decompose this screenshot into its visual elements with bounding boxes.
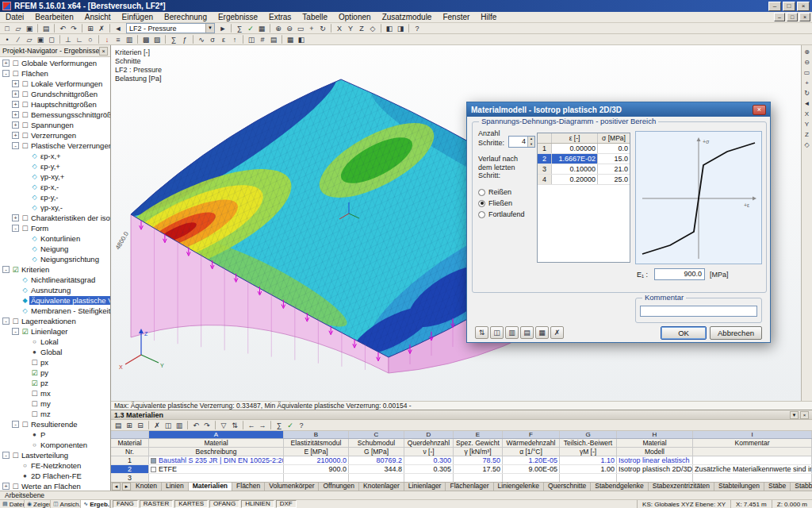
tree-item[interactable]: ○ FE-Netzknoten [0,460,110,471]
help-icon[interactable]: ? [412,23,423,33]
tree-item-icon[interactable]: ☐ [21,90,29,98]
menu-item[interactable]: Ansicht [79,12,117,23]
stress-results-icon[interactable]: σ [207,34,218,44]
tree-expander-icon[interactable] [21,204,29,211]
table-tab[interactable]: Liniengelenke [494,482,544,491]
tree-item[interactable]: ◇ γp-xy,+ [0,171,110,182]
menu-item[interactable]: Tabelle [297,12,333,23]
tree-item-icon[interactable]: ◇ [30,173,39,180]
step-number[interactable]: 1 [538,144,552,153]
tree-item-icon[interactable]: ◇ [30,183,39,190]
step-number[interactable]: 3 [538,164,552,174]
tree-expander-icon[interactable]: + [12,121,19,129]
table-tab[interactable]: Linienlager [404,482,446,491]
table-tab[interactable]: Materialien [189,482,232,491]
emodulus-cell[interactable]: 900.0 [284,465,349,473]
epsilon-cell[interactable]: 0.00000 [552,144,598,153]
tree-item-label[interactable]: Lastverteilung [20,451,70,460]
import-icon[interactable]: ← [246,420,257,430]
deformation-results-icon[interactable]: ∿ [196,34,207,44]
calc-parameters-icon[interactable]: ƒ [179,34,190,44]
mdi-minimize-button[interactable]: – [774,13,785,21]
comment-cell[interactable]: Zusätzliche Materialkennwerte sind im Di… [693,465,812,473]
mdi-restore-button[interactable]: □ [787,13,798,21]
tree-expander-icon[interactable] [12,276,19,283]
strain-results-icon[interactable]: ε [218,34,229,44]
tree-expander-icon[interactable] [21,173,29,180]
status-toggle[interactable]: DXF [276,500,297,508]
tree-expander-icon[interactable] [21,441,29,448]
tree-item[interactable]: ◇ Nichtlinearitätsgrad [0,275,110,285]
delete-icon[interactable]: ✗ [96,23,107,33]
tree-expander-icon[interactable] [21,369,29,376]
view-x-icon[interactable]: X [334,23,345,33]
tree-item-icon[interactable]: ◇ [30,204,39,211]
thermal-cell[interactable]: 1.20E-05 [503,456,560,464]
tree-item-icon[interactable]: ◇ [21,307,29,314]
table-tab[interactable]: Öffnungen [319,482,359,491]
menu-item[interactable]: Berechnung [159,12,213,23]
tree-expander-icon[interactable] [21,359,29,366]
tree-item[interactable]: ○ Komponenten [0,440,110,450]
tree-expander-icon[interactable]: + [2,60,10,67]
tree-item[interactable]: ☐ mz [0,409,110,419]
isometric-view-icon[interactable]: ◇ [367,23,378,33]
radio-icon[interactable] [478,200,485,207]
tree-item[interactable]: ◇ εp-y,- [0,192,110,202]
material-name-cell[interactable]: Baustahl S 235 JR | DIN EN 10025-2:200 [149,456,284,464]
tree-item[interactable]: - ☑ Kriterien [0,264,110,275]
toolbar-icon[interactable] [270,24,270,33]
tree-item-label[interactable]: Lokal [39,337,60,346]
mdi-close-button[interactable]: × [799,13,810,21]
table-settings-icon[interactable]: ▤ [113,420,124,430]
table-tab[interactable]: Stabteilungen [714,482,764,491]
redo-icon[interactable]: ↷ [201,420,213,430]
tree-expander-icon[interactable]: + [12,101,19,108]
navigator-tab-ansichten[interactable]: ◫ Ansich... [51,500,81,508]
zoom-in-icon[interactable]: ⊕ [802,47,812,56]
material-name-cell[interactable] [149,474,284,482]
surface-load-icon[interactable]: ▥ [124,34,135,44]
column-letter[interactable]: G [560,431,617,438]
tree-item-label[interactable]: pz [39,379,50,387]
toolbar-icon[interactable] [82,24,82,33]
tree-item-icon[interactable]: ◇ [21,276,29,283]
tree-item-label[interactable]: Spannungen [29,121,75,129]
tree-item[interactable]: ◇ Membranen - Steifigkeitsreduzien. [0,306,110,316]
tree-expander-icon[interactable]: + [12,132,19,139]
tree-item-icon[interactable]: ◆ [21,297,29,304]
minimize-button[interactable]: – [768,2,781,11]
tree-expander-icon[interactable] [21,410,29,418]
tree-item-icon[interactable]: ○ [30,338,39,345]
loadcase-combobox[interactable]: LF2 - Pressure ▼ [126,23,215,33]
toolbar-icon[interactable] [215,421,216,429]
model-cell[interactable]: Isotrop plastisch 2D/3D [617,465,693,473]
tree-item-icon[interactable]: ● [30,431,39,438]
display-properties-icon[interactable]: ◨ [395,23,406,33]
tree-item[interactable]: ◇ εp-x,+ [0,151,110,161]
tree-expander-icon[interactable] [21,256,29,263]
tree-expander-icon[interactable]: - [12,328,19,335]
result-values-icon[interactable]: # [257,34,268,44]
tree-item-label[interactable]: Lokale Verformungen [29,79,104,88]
tree-item-icon[interactable]: ☐ [21,101,29,109]
toolbar-icon[interactable] [408,24,409,33]
hinge-icon[interactable]: ○ [85,34,96,44]
tree-expander-icon[interactable] [12,307,19,314]
tree-item[interactable]: ☐ px [0,357,110,368]
tree-expander-icon[interactable]: - [2,70,10,77]
tree-item-icon[interactable]: ◇ [30,245,39,252]
support-reactions-icon[interactable]: ↑ [229,34,240,44]
menu-item[interactable]: Hilfe [475,12,502,23]
toolbar-icon[interactable] [148,421,149,429]
steps-table-row[interactable]: 2 1.6667E-02 15.0 [538,154,630,164]
export-excel-icon[interactable]: ▦ [535,326,549,339]
poisson-cell[interactable]: 0.300 [404,456,454,464]
section-icon[interactable]: ◫ [246,34,257,44]
toolbar-icon[interactable] [282,35,282,44]
tree-item[interactable]: + ☐ Lokale Verformungen [0,79,110,89]
sort-steps-icon[interactable]: ⇅ [475,326,488,339]
tree-item[interactable]: + ☐ Charakteristiken der isotropen Flä [0,213,110,223]
tree-item[interactable]: + ☐ Bemessungsschnittgrößen [0,110,110,120]
zoom-out-icon[interactable]: ⊖ [802,57,812,67]
